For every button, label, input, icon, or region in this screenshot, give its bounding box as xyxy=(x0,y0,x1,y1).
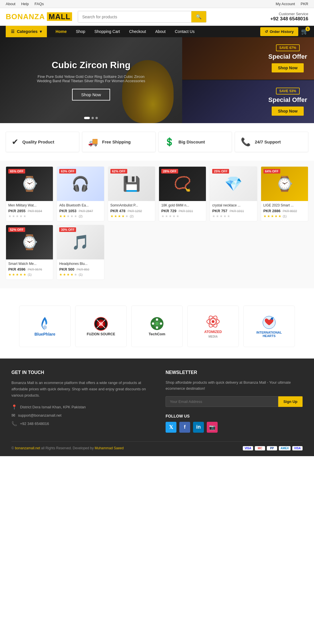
my-account-link[interactable]: My Account xyxy=(276,2,295,6)
product-card-4[interactable]: 💎 25% OFF crystal necklace ... PKR 757 P… xyxy=(210,166,257,221)
hero-side-shop-btn-1[interactable]: Shop Now xyxy=(272,63,304,72)
brands-section: BluePhlare FUZION SOURCE xyxy=(0,294,314,359)
star-full: ★ xyxy=(267,214,270,218)
product-pricing-2: PKR 478 PKR 1292 xyxy=(110,208,153,213)
nav-shop[interactable]: Shop xyxy=(72,26,89,37)
nav: ☰ Categories ▾ Home Shop Shopping Cart C… xyxy=(0,26,314,37)
hero-shop-now-button[interactable]: Shop Now xyxy=(72,89,110,101)
search-input[interactable] xyxy=(78,11,191,22)
logo[interactable]: BONANZA MALL xyxy=(6,12,72,21)
feature-quality-label: Quality Product xyxy=(22,139,54,144)
hero-side-shop-btn-2[interactable]: Shop Now xyxy=(272,107,304,116)
discount-badge-4: 25% OFF xyxy=(212,169,229,174)
newsletter-input[interactable] xyxy=(166,396,278,407)
developer-link[interactable]: Muhammad Saeed xyxy=(95,446,124,450)
footer: GET IN TOUCH Bonanza Mall is an ecommerc… xyxy=(0,359,314,456)
twitter-icon[interactable]: 𝕏 xyxy=(166,422,176,433)
svg-point-19 xyxy=(273,317,274,318)
hero-description: Fine Pure Solid Yellow Gold Color Ring S… xyxy=(37,74,145,83)
brand-bluephlare[interactable]: BluePhlare xyxy=(19,306,71,347)
save-badge-2: SAVE 53% xyxy=(276,88,300,94)
product-price-5: PKR 2886 xyxy=(263,209,281,213)
product-card-6[interactable]: ⌚ 52% OFF Smart Watch Me... PKR 4596 PKR… xyxy=(6,225,53,280)
product-stars-4: ★★★★★ xyxy=(212,214,255,218)
product-card-3[interactable]: 📿 28% OFF 18K gold 6MM n... PKR 729 PKR … xyxy=(159,166,206,221)
top-bar: About Help FAQs My Account PKR xyxy=(0,0,314,8)
instagram-icon[interactable]: 📷 xyxy=(207,422,218,433)
product-original-price-2: PKR 1292 xyxy=(128,209,142,213)
product-card-7[interactable]: 🎵 30% OFF Headphones Blu... PKR 500 PKR … xyxy=(57,225,104,280)
product-card-1[interactable]: 🎧 63% OFF A6s Bluetooth Ea... PKR 1053 P… xyxy=(57,166,104,221)
star-full: ★ xyxy=(12,273,15,277)
payment-icons: VISA MC PP AMEX VISA xyxy=(243,446,303,450)
search-button[interactable]: 🔍 xyxy=(191,11,206,22)
categories-dropdown[interactable]: ☰ Categories ▾ xyxy=(6,26,47,37)
product-info-0: Men Military Wat... PKR 2855 PKR 8164 ★★… xyxy=(6,201,53,221)
star-full: ★ xyxy=(16,273,19,277)
help-link[interactable]: Help xyxy=(21,2,29,6)
product-card-5[interactable]: ⌚ 64% OFF LIGE 2023 Smart ... PKR 2886 P… xyxy=(261,166,308,221)
save-badge-1: SAVE 67% xyxy=(276,44,300,51)
nav-about[interactable]: About xyxy=(151,26,170,37)
product-price-1: PKR 1053 xyxy=(59,209,76,213)
nav-shopping-cart[interactable]: Shopping Cart xyxy=(90,26,124,37)
dot-3[interactable] xyxy=(96,117,98,119)
address-text: District Dera Ismail Khan, KPK Pakistan xyxy=(20,405,86,409)
chevron-down-icon: ▾ xyxy=(40,29,42,34)
product-pricing-3: PKR 729 PKR 1011 xyxy=(161,208,204,213)
product-card-2[interactable]: 💾 62% OFF SomnAmbulist P... PKR 478 PKR … xyxy=(108,166,155,221)
product-pricing-6: PKR 4596 PKR 9576 xyxy=(8,267,51,271)
star-full: ★ xyxy=(8,273,11,277)
nav-checkout[interactable]: Checkout xyxy=(125,26,150,37)
dot-1[interactable] xyxy=(84,117,90,119)
hero-title: Cubic Zircon Ring xyxy=(37,60,145,70)
brand-atomized[interactable]: ATOMIZED MEDIA xyxy=(187,306,239,347)
support-icon: 📞 xyxy=(241,137,251,147)
about-link[interactable]: About xyxy=(6,2,15,6)
newsletter-signup-button[interactable]: Sign Up xyxy=(278,396,303,407)
product-original-price-0: PKR 8164 xyxy=(28,209,42,213)
product-original-price-4: PKR 1011 xyxy=(230,209,244,213)
star-empty: ★ xyxy=(169,214,172,218)
facebook-icon[interactable]: f xyxy=(179,422,190,433)
location-icon: 📍 xyxy=(11,404,17,410)
product-card-0[interactable]: ⌚ 65% OFF Men Military Wat... PKR 2855 P… xyxy=(6,166,53,221)
faqs-link[interactable]: FAQs xyxy=(35,2,44,6)
product-original-price-1: PKR 2847 xyxy=(79,209,93,213)
order-history-button[interactable]: ↺ Order History xyxy=(260,27,298,36)
star-empty: ★ xyxy=(23,214,26,218)
brand-fuzion[interactable]: FUZION SOURCE xyxy=(75,306,127,347)
cart-badge: 1 xyxy=(305,27,310,31)
product-info-7: Headphones Blu... PKR 500 PKR 850 ★★★★★ … xyxy=(57,259,104,279)
footer-address: 📍 District Dera Ismail Khan, KPK Pakista… xyxy=(11,404,148,410)
site-link[interactable]: bonanzamall.net xyxy=(15,446,40,450)
cart-icon[interactable]: 🛒 1 xyxy=(301,28,308,35)
hero-section: Cubic Zircon Ring Fine Pure Solid Yellow… xyxy=(0,37,314,123)
product-stars-5: ★★★★★ (1) xyxy=(263,214,306,218)
product-stars-3: ★★★★★ xyxy=(161,214,204,218)
product-title-4: crystal necklace ... xyxy=(212,203,255,207)
dot-2[interactable] xyxy=(92,117,94,119)
star-full: ★ xyxy=(275,214,278,218)
svg-point-9 xyxy=(156,318,158,321)
linkedin-icon[interactable]: in xyxy=(193,422,204,433)
product-pricing-4: PKR 757 PKR 1011 xyxy=(212,208,255,213)
product-stars-6: ★★★★★ (1) xyxy=(8,273,51,277)
review-count-5: (1) xyxy=(283,214,287,218)
atomized-sub: MEDIA xyxy=(208,335,218,338)
brand-techcom[interactable]: TechCom xyxy=(131,306,183,347)
nav-home[interactable]: Home xyxy=(51,26,71,37)
newsletter-form: Sign Up xyxy=(166,396,303,407)
product-original-price-5: PKR 8022 xyxy=(283,209,297,213)
discount-badge-3: 28% OFF xyxy=(161,169,178,174)
product-info-4: crystal necklace ... PKR 757 PKR 1011 ★★… xyxy=(210,201,257,221)
brand-intlhearts[interactable]: INTERNATIONALHEARTS xyxy=(243,306,295,347)
product-info-2: SomnAmbulist P... PKR 478 PKR 1292 ★★★★★… xyxy=(108,201,155,221)
email-text: support@bonanzamall.net xyxy=(18,413,61,417)
nav-contact[interactable]: Contact Us xyxy=(171,26,198,37)
discount-icon: 💲 xyxy=(164,137,174,147)
search-bar[interactable]: 🔍 xyxy=(78,11,206,23)
currency-selector[interactable]: PKR xyxy=(301,2,308,6)
menu-icon: ☰ xyxy=(11,29,15,34)
top-bar-links: About Help FAQs xyxy=(6,2,44,6)
